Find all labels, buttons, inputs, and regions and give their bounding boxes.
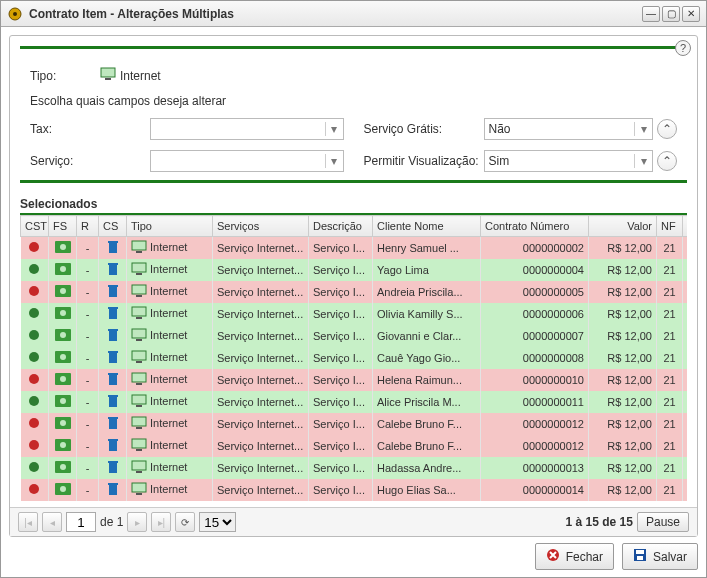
- pager-prev[interactable]: ◂: [42, 512, 62, 532]
- svg-rect-19: [108, 285, 118, 287]
- pager-first[interactable]: |◂: [18, 512, 38, 532]
- cell-contrato: 0000000014: [481, 479, 589, 501]
- trash-icon: [107, 464, 119, 476]
- save-label: Salvar: [653, 550, 687, 564]
- svg-point-1: [13, 12, 17, 16]
- table-row[interactable]: - InternetServiço Internet...Serviço I..…: [21, 369, 688, 391]
- svg-point-5: [60, 244, 66, 250]
- save-button[interactable]: Salvar: [622, 543, 698, 570]
- cell-contrato: 0000000007: [481, 325, 589, 347]
- cell-nf: 21: [657, 281, 683, 303]
- cell-r: -: [77, 435, 99, 457]
- cell-tipo: Internet: [127, 237, 213, 260]
- svg-rect-9: [136, 251, 142, 253]
- status-dot: [29, 264, 39, 274]
- gratis-value: Não: [485, 122, 635, 136]
- svg-rect-39: [136, 361, 142, 363]
- svg-rect-13: [108, 263, 118, 265]
- svg-rect-27: [136, 317, 142, 319]
- internet-icon: [131, 288, 147, 300]
- cell-descricao: Serviço I...: [309, 413, 373, 435]
- svg-rect-21: [136, 295, 142, 297]
- cell-cliente: Giovanni e Clar...: [373, 325, 481, 347]
- cell-r: -: [77, 413, 99, 435]
- cell-servicos: Serviço Internet...: [213, 303, 309, 325]
- gratis-select[interactable]: Não▾: [484, 118, 654, 140]
- pager-page-input[interactable]: [66, 512, 96, 532]
- svg-rect-20: [132, 285, 146, 294]
- pager-size[interactable]: 15: [199, 512, 236, 532]
- col-cs[interactable]: CS: [99, 216, 127, 237]
- pager-refresh[interactable]: ⟳: [175, 512, 195, 532]
- cell-servicos: Serviço Internet...: [213, 435, 309, 457]
- pager-last[interactable]: ▸|: [151, 512, 171, 532]
- cell-valor: R$ 12,00: [589, 237, 657, 260]
- trash-icon: [107, 486, 119, 498]
- svg-point-47: [60, 398, 66, 404]
- tax-input[interactable]: ▾: [150, 118, 344, 140]
- pager: |◂ ◂ de 1 ▸ ▸| ⟳ 15 1 à 15 de 15 Pause: [10, 507, 697, 536]
- grid: CST FS R CS Tipo Serviços Descrição Clie…: [20, 213, 687, 501]
- close-button[interactable]: Fechar: [535, 543, 614, 570]
- cell-nf: 21: [657, 479, 683, 501]
- cell-tipo: Internet: [127, 457, 213, 479]
- close-window-button[interactable]: ✕: [682, 6, 700, 22]
- col-contrato[interactable]: Contrato Número: [481, 216, 589, 237]
- table-row[interactable]: - InternetServiço Internet...Serviço I..…: [21, 347, 688, 369]
- cell-r: -: [77, 391, 99, 413]
- col-valor[interactable]: Valor: [589, 216, 657, 237]
- svg-rect-51: [136, 405, 142, 407]
- pause-button[interactable]: Pause: [637, 512, 689, 532]
- svg-rect-55: [108, 417, 118, 419]
- servico-input[interactable]: ▾: [150, 150, 344, 172]
- table-row[interactable]: - InternetServiço Internet...Serviço I..…: [21, 281, 688, 303]
- svg-point-65: [60, 464, 66, 470]
- cash-icon: [55, 485, 71, 497]
- col-fs[interactable]: FS: [49, 216, 77, 237]
- col-cst[interactable]: CST: [21, 216, 49, 237]
- maximize-button[interactable]: ▢: [662, 6, 680, 22]
- table-row[interactable]: - InternetServiço Internet...Serviço I..…: [21, 325, 688, 347]
- col-descricao[interactable]: Descrição: [309, 216, 373, 237]
- col-r[interactable]: R: [77, 216, 99, 237]
- cell-cliente: Helena Raimun...: [373, 369, 481, 391]
- cell-cliente: Yago Lima: [373, 259, 481, 281]
- cell-contrato: 0000000010: [481, 369, 589, 391]
- minimize-button[interactable]: —: [642, 6, 660, 22]
- cell-cliente: Andreia Priscila...: [373, 281, 481, 303]
- chevron-down-icon: ▾: [325, 122, 343, 136]
- svg-rect-12: [109, 265, 117, 275]
- col-cliente[interactable]: Cliente Nome: [373, 216, 481, 237]
- titlebar: Contrato Item - Alterações Múltiplas — ▢…: [1, 1, 706, 27]
- table-row[interactable]: - InternetServiço Internet...Serviço I..…: [21, 457, 688, 479]
- svg-rect-30: [109, 331, 117, 341]
- table-row[interactable]: - InternetServiço Internet...Serviço I..…: [21, 259, 688, 281]
- status-dot: [29, 286, 39, 296]
- svg-rect-45: [136, 383, 142, 385]
- svg-rect-74: [132, 483, 146, 492]
- svg-rect-63: [136, 449, 142, 451]
- cell-tipo: Internet: [127, 479, 213, 501]
- visualizacao-toggle[interactable]: ⌃: [657, 151, 677, 171]
- cell-valor: R$ 12,00: [589, 325, 657, 347]
- table-row[interactable]: - InternetServiço Internet...Serviço I..…: [21, 413, 688, 435]
- col-tipo[interactable]: Tipo: [127, 216, 213, 237]
- table-row[interactable]: - InternetServiço Internet...Serviço I..…: [21, 303, 688, 325]
- table-row[interactable]: - InternetServiço Internet...Serviço I..…: [21, 479, 688, 501]
- col-servicos[interactable]: Serviços: [213, 216, 309, 237]
- col-nf[interactable]: NF: [657, 216, 683, 237]
- pager-next[interactable]: ▸: [127, 512, 147, 532]
- cash-icon: [55, 287, 71, 299]
- servico-label: Serviço:: [30, 154, 150, 168]
- visualizacao-select[interactable]: Sim▾: [484, 150, 654, 172]
- gratis-toggle[interactable]: ⌃: [657, 119, 677, 139]
- cell-valor: R$ 12,00: [589, 259, 657, 281]
- help-icon[interactable]: ?: [675, 40, 691, 56]
- table-row[interactable]: - InternetServiço Internet...Serviço I..…: [21, 391, 688, 413]
- cash-icon: [55, 309, 71, 321]
- internet-icon: [131, 266, 147, 278]
- table-row[interactable]: - InternetServiço Internet...Serviço I..…: [21, 435, 688, 457]
- cash-icon: [55, 265, 71, 277]
- table-row[interactable]: - InternetServiço Internet...Serviço I..…: [21, 237, 688, 260]
- svg-rect-73: [108, 483, 118, 485]
